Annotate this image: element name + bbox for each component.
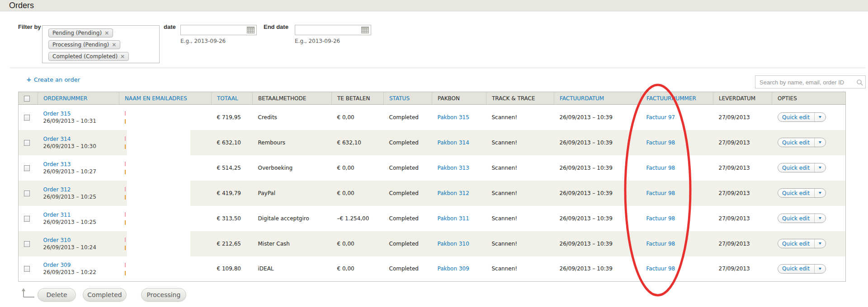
order-link[interactable]: Order 315 <box>43 111 71 117</box>
redacted-name-box <box>127 256 190 282</box>
chevron-down-icon[interactable] <box>815 141 826 144</box>
quick-edit-label: Quick edit <box>778 241 814 247</box>
quick-edit-button[interactable]: Quick edit <box>778 138 826 147</box>
filter-tags-box[interactable]: Pending (Pending)× Processing (Pending)×… <box>42 25 160 63</box>
header-status[interactable]: STATUS <box>384 92 432 105</box>
chevron-down-icon[interactable] <box>815 116 826 118</box>
status-cell: Completed <box>384 155 432 181</box>
date-input[interactable] <box>180 25 257 35</box>
header-totaal[interactable]: TOTAAL <box>212 92 253 105</box>
order-link[interactable]: Order 311 <box>43 212 71 218</box>
apply-to-selection-arrow-icon <box>20 287 38 300</box>
row-checkbox[interactable] <box>24 266 30 272</box>
row-select-cell <box>19 231 38 256</box>
payment-method-cell: Rembours <box>253 130 332 155</box>
invoice-link[interactable]: Factuur 98 <box>646 165 675 171</box>
redacted-name-mark <box>125 162 126 166</box>
filter-tag-processing[interactable]: Processing (Pending)× <box>48 40 120 49</box>
table-header-row: ORDERNUMMER NAAM EN EMAILADRES TOTAAL BE… <box>19 92 846 105</box>
redacted-name-box <box>127 105 190 130</box>
order-link[interactable]: Order 312 <box>43 186 71 193</box>
filter-tag-pending[interactable]: Pending (Pending)× <box>48 28 113 37</box>
quick-edit-button[interactable]: Quick edit <box>778 239 826 248</box>
delivery-date-cell: 27/09/2013 <box>713 181 772 206</box>
filter-tag-completed[interactable]: Completed (Completed)× <box>48 52 129 61</box>
filter-tag-label: Processing (Pending) <box>52 42 109 48</box>
name-email-cell <box>119 105 212 130</box>
quick-edit-button[interactable]: Quick edit <box>778 264 826 274</box>
filter-tag-label: Pending (Pending) <box>52 30 102 36</box>
redacted-name-box <box>127 130 190 155</box>
chevron-down-icon[interactable] <box>815 167 826 169</box>
status-cell: Completed <box>384 130 432 155</box>
calendar-icon[interactable] <box>361 27 369 33</box>
order-date: 26/09/2013 – 10:31 <box>43 118 119 124</box>
header-factuurnummer[interactable]: FACTUURNUMMER <box>641 92 713 105</box>
pakbon-link[interactable]: Pakbon 312 <box>438 190 469 196</box>
row-checkbox[interactable] <box>24 165 30 171</box>
calendar-icon[interactable] <box>247 27 255 33</box>
pakbon-cell: Pakbon 311 <box>432 206 486 231</box>
invoice-link[interactable]: Factuur 98 <box>646 190 675 196</box>
header-te-betalen: TE BETALEN <box>332 92 384 105</box>
pakbon-link[interactable]: Pakbon 313 <box>438 165 469 171</box>
header-opties: OPTIES <box>772 92 846 105</box>
row-checkbox[interactable] <box>24 140 30 146</box>
header-ordernummer[interactable]: ORDERNUMMER <box>38 92 119 105</box>
delivery-date-cell: 27/09/2013 <box>713 256 772 282</box>
quick-edit-button[interactable]: Quick edit <box>778 163 826 172</box>
order-link[interactable]: Order 313 <box>43 161 71 167</box>
remove-tag-icon[interactable]: × <box>120 53 125 60</box>
quick-edit-button[interactable]: Quick edit <box>778 112 826 122</box>
search-input[interactable]: Search by name, email, order ID <box>755 75 866 88</box>
row-checkbox[interactable] <box>24 241 30 247</box>
completed-button[interactable]: Completed <box>83 288 127 302</box>
header-naam-en-emailadres[interactable]: NAAM EN EMAILADRES <box>119 92 212 105</box>
processing-button[interactable]: Processing <box>141 288 186 302</box>
create-order-link[interactable]: +Create an order <box>26 76 80 83</box>
row-checkbox[interactable] <box>24 115 30 121</box>
quick-edit-button[interactable]: Quick edit <box>778 214 826 223</box>
invoice-link[interactable]: Factuur 97 <box>646 114 675 121</box>
order-date: 26/09/2013 – 10:24 <box>43 244 119 251</box>
name-email-cell <box>119 256 212 282</box>
redacted-name-mark <box>125 237 126 242</box>
chevron-down-icon[interactable] <box>815 192 826 194</box>
order-link[interactable]: Order 310 <box>43 237 71 243</box>
row-checkbox[interactable] <box>24 191 30 196</box>
end-date-input[interactable] <box>295 25 371 35</box>
pakbon-link[interactable]: Pakbon 311 <box>438 215 469 222</box>
row-select-cell <box>19 181 38 206</box>
invoice-link[interactable]: Factuur 98 <box>646 241 675 247</box>
order-cell: Order 315 26/09/2013 – 10:31 <box>38 105 119 130</box>
delete-button[interactable]: Delete <box>38 288 76 302</box>
pakbon-link[interactable]: Pakbon 310 <box>438 241 469 247</box>
pakbon-link[interactable]: Pakbon 309 <box>438 265 469 272</box>
invoice-link[interactable]: Factuur 98 <box>646 265 675 272</box>
redacted-name-box <box>127 206 190 231</box>
invoice-date-cell: 26/09/2013 – 10:39 <box>554 256 641 282</box>
pakbon-link[interactable]: Pakbon 315 <box>438 114 469 121</box>
header-factuurdatum[interactable]: FACTUURDATUM <box>554 92 641 105</box>
invoice-date-cell: 26/09/2013 – 10:39 <box>554 181 641 206</box>
order-link[interactable]: Order 309 <box>43 262 71 268</box>
chevron-down-icon[interactable] <box>815 268 826 270</box>
remove-tag-icon[interactable]: × <box>104 30 109 36</box>
chevron-down-icon[interactable] <box>815 217 826 219</box>
redacted-email-mark <box>125 246 126 250</box>
pakbon-link[interactable]: Pakbon 314 <box>438 140 469 146</box>
quick-edit-button[interactable]: Quick edit <box>778 188 826 198</box>
redacted-name-mark <box>125 212 126 217</box>
order-link[interactable]: Order 314 <box>43 136 71 142</box>
orders-table: ORDERNUMMER NAAM EN EMAILADRES TOTAAL BE… <box>18 92 846 282</box>
select-all-checkbox[interactable] <box>24 96 30 102</box>
invoice-link[interactable]: Factuur 98 <box>646 215 675 222</box>
pakbon-cell: Pakbon 315 <box>432 105 486 130</box>
invoice-link[interactable]: Factuur 98 <box>646 140 675 146</box>
row-checkbox[interactable] <box>24 216 30 222</box>
chevron-down-icon[interactable] <box>815 242 826 245</box>
title-bar: Orders <box>0 0 868 11</box>
remove-tag-icon[interactable]: × <box>112 42 116 48</box>
pakbon-cell: Pakbon 312 <box>432 181 486 206</box>
quick-edit-label: Quick edit <box>778 265 814 272</box>
